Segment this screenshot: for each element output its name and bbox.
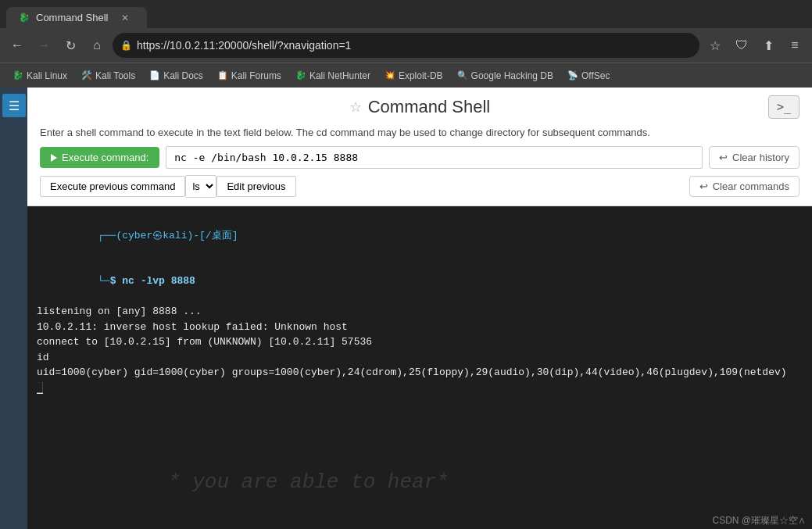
home-button[interactable]: ⌂ <box>86 34 108 56</box>
terminal-line-6: id <box>37 350 803 366</box>
bookmark-kali-linux-label: Kali Linux <box>27 70 67 81</box>
terminal-line-7: uid=1000(cyber) gid=1000(cyber) groups=1… <box>37 365 803 381</box>
clear-history-button[interactable]: ↩ Clear history <box>709 146 799 169</box>
terminal-cursor: █ <box>37 382 43 394</box>
bookmark-kali-linux-icon: 🐉 <box>13 70 23 80</box>
tab-title: Command Shell <box>36 12 109 23</box>
edit-previous-button[interactable]: Edit previous <box>216 176 295 197</box>
tab-favicon: 🐉 <box>19 13 30 23</box>
bookmark-kali-tools-icon: 🛠️ <box>81 70 92 80</box>
terminal-prompt-1: ┌──(cyber㉿kali)-[/桌面] <box>98 230 238 241</box>
address-bar-input[interactable] <box>137 39 692 52</box>
shell-title: Command Shell <box>368 97 491 117</box>
command-input[interactable] <box>166 146 703 169</box>
security-icon: 🔒 <box>120 40 132 51</box>
bookmark-kali-docs-icon: 📄 <box>149 70 160 80</box>
bookmark-exploit-db[interactable]: 💥 Exploit-DB <box>378 67 449 84</box>
reload-button[interactable]: ↻ <box>59 34 81 56</box>
terminal-line-1: ┌──(cyber㉿kali)-[/桌面] <box>37 213 803 259</box>
bookmark-kali-linux[interactable]: 🐉 Kali Linux <box>6 67 73 84</box>
pocket-button[interactable]: 🛡 <box>731 34 753 56</box>
terminal-cmd-2: $ nc -lvp 8888 <box>110 275 195 287</box>
csdn-bar: CSDN @璀璨星☆空∧ <box>27 513 812 529</box>
share-button[interactable]: ⬆ <box>757 34 779 56</box>
terminal-line-4: 10.0.2.11: inverse host lookup failed: U… <box>37 320 803 335</box>
terminal-line-3: listening on [any] 8888 ... <box>37 304 803 320</box>
bookmark-offsec[interactable]: 📡 OffSec <box>561 67 616 84</box>
bookmark-kali-docs[interactable]: 📄 Kali Docs <box>143 67 209 84</box>
tab-bar: 🐉 Command Shell ✕ <box>0 0 812 28</box>
terminal-toggle-button[interactable]: >_ <box>768 95 799 119</box>
execute-previous-command-button[interactable]: Execute previous command <box>40 176 185 197</box>
execute-command-button[interactable]: Execute command: <box>40 147 159 168</box>
shell-panel: ☆ Command Shell >_ Enter a shell command… <box>27 88 812 206</box>
shell-description: Enter a shell command to execute in the … <box>40 127 799 138</box>
previous-command-select[interactable]: ls <box>185 175 216 198</box>
bookmark-offsec-label: OffSec <box>581 70 610 81</box>
active-tab[interactable]: 🐉 Command Shell ✕ <box>6 7 147 28</box>
browser-chrome: 🐉 Command Shell ✕ ← → ↻ ⌂ 🔒 ☆ 🛡 ⬆ ≡ 🐉 Ka… <box>0 0 812 88</box>
terminal-wrapper: ┌──(cyber㉿kali)-[/桌面] └─$ nc -lvp 8888 l… <box>27 206 812 529</box>
shell-header-row: ☆ Command Shell >_ <box>40 97 799 117</box>
bookmark-kali-forums-icon: 📋 <box>217 70 228 80</box>
tab-close-btn[interactable]: ✕ <box>121 13 129 23</box>
shell-title-star-icon: ☆ <box>349 98 362 116</box>
back-button[interactable]: ← <box>6 34 28 56</box>
terminal-cursor-line: █ <box>37 381 803 396</box>
sidebar-menu-button[interactable]: ☰ <box>2 94 26 117</box>
csdn-label: CSDN @璀璨星☆空∧ <box>712 515 806 526</box>
bookmark-kali-tools[interactable]: 🛠️ Kali Tools <box>75 67 141 84</box>
bookmark-offsec-icon: 📡 <box>567 70 578 80</box>
clear-commands-button[interactable]: ↩ Clear commands <box>689 176 799 197</box>
nav-bar: ← → ↻ ⌂ 🔒 ☆ 🛡 ⬆ ≡ <box>0 28 812 63</box>
main-panel: ☆ Command Shell >_ Enter a shell command… <box>27 88 812 529</box>
bookmark-kali-nethunter[interactable]: 🐉 Kali NetHunter <box>289 67 377 84</box>
execute-command-label: Execute command: <box>62 152 148 163</box>
clear-history-undo-icon: ↩ <box>719 152 728 163</box>
bookmark-kali-forums[interactable]: 📋 Kali Forums <box>211 67 288 84</box>
bookmark-exploit-db-icon: 💥 <box>385 70 395 80</box>
address-bar-container: 🔒 <box>113 33 699 58</box>
bookmark-google-hacking[interactable]: 🔍 Google Hacking DB <box>451 67 560 84</box>
bookmark-google-hacking-label: Google Hacking DB <box>471 70 553 81</box>
bookmark-kali-docs-label: Kali Docs <box>163 70 203 81</box>
terminal-prompt-prefix-2: └─ <box>98 275 110 287</box>
terminal-line-2: └─$ nc -lvp 8888 <box>37 259 803 305</box>
clear-commands-label: Clear commands <box>713 181 789 192</box>
bookmark-kali-nethunter-label: Kali NetHunter <box>309 70 370 81</box>
shell-controls-row2: Execute previous command ls Edit previou… <box>40 175 799 198</box>
page-content: ☰ ☆ Command Shell >_ Enter a shell comma… <box>0 88 812 529</box>
bookmark-kali-forums-label: Kali Forums <box>231 70 281 81</box>
clear-history-label: Clear history <box>732 152 789 163</box>
bookmark-kali-tools-label: Kali Tools <box>95 70 135 81</box>
forward-button[interactable]: → <box>33 34 55 56</box>
terminal-watermark: * you are able to hear* <box>168 467 449 498</box>
shell-controls-row1: Execute command: ↩ Clear history <box>40 146 799 169</box>
terminal-line-5: connect to [10.0.2.15] from (UNKNOWN) [1… <box>37 334 803 350</box>
sidebar: ☰ <box>0 88 27 529</box>
bookmark-exploit-db-label: Exploit-DB <box>399 70 443 81</box>
bookmark-google-hacking-icon: 🔍 <box>457 70 468 80</box>
menu-button[interactable]: ≡ <box>784 34 806 56</box>
terminal-output[interactable]: ┌──(cyber㉿kali)-[/桌面] └─$ nc -lvp 8888 l… <box>27 206 812 513</box>
bookmarks-bar: 🐉 Kali Linux 🛠️ Kali Tools 📄 Kali Docs 📋… <box>0 63 812 88</box>
nav-right-icons: ☆ 🛡 ⬆ ≡ <box>704 34 806 56</box>
bookmark-star-button[interactable]: ☆ <box>704 34 726 56</box>
clear-commands-undo-icon: ↩ <box>699 181 708 192</box>
execute-play-icon <box>51 154 57 162</box>
bookmark-kali-nethunter-icon: 🐉 <box>295 70 306 80</box>
